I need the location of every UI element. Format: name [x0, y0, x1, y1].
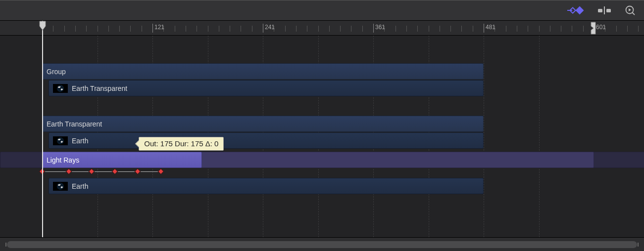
snapping-button[interactable]	[597, 6, 611, 15]
scrollbar-grip-right[interactable]	[636, 241, 640, 248]
zoom-search-button[interactable]	[625, 5, 635, 15]
group-header-bar[interactable]: Group	[42, 63, 484, 80]
playhead-handle[interactable]	[39, 21, 46, 31]
scrollbar-thumb[interactable]	[7, 241, 637, 248]
clip-label: Earth Transparent	[72, 84, 127, 92]
svg-rect-4	[604, 6, 605, 14]
clip-earth-1[interactable]: Earth	[49, 132, 484, 149]
ruler-label: 481	[486, 24, 495, 31]
snapping-icon	[597, 6, 611, 15]
ruler-label: 361	[375, 24, 385, 31]
horizontal-scrollbar[interactable]	[0, 237, 644, 251]
svg-rect-1	[576, 6, 584, 15]
time-ruler[interactable]: 121241361481601	[0, 21, 644, 36]
svg-point-8	[57, 182, 64, 189]
keyframe-diamond-icon	[567, 6, 584, 15]
timeline-window: 121241361481601 GroupEarth TransparentEa…	[0, 0, 644, 251]
clip-label: Earth	[72, 182, 88, 190]
svg-point-6	[57, 84, 64, 91]
keyframe-icon[interactable]	[135, 168, 141, 175]
show-keyframes-button[interactable]	[567, 6, 584, 15]
playhead-icon	[39, 21, 46, 31]
svg-point-7	[57, 137, 64, 144]
clip-thumbnail	[53, 182, 68, 191]
clip-label: Light Rays	[47, 156, 79, 164]
svg-rect-2	[598, 9, 602, 12]
ruler-label: 601	[596, 24, 606, 31]
keyframe-icon[interactable]	[66, 168, 72, 175]
clip-label: Earth Transparent	[47, 120, 102, 128]
playhead[interactable]	[42, 21, 43, 237]
clip-thumbnail	[53, 84, 68, 93]
ruler-label: 121	[154, 24, 164, 31]
scrollbar-grip-left[interactable]	[4, 241, 8, 248]
keyframe-icon[interactable]	[111, 168, 118, 175]
clip-earth-transparent[interactable]: Earth Transparent	[49, 80, 484, 96]
tracks-area[interactable]: GroupEarth TransparentEarth TransparentE…	[0, 36, 644, 237]
keyframe-line	[42, 171, 161, 172]
clip-thumbnail	[53, 136, 68, 145]
group-earth-transparent[interactable]: Earth Transparent	[42, 116, 484, 132]
clip-label: Earth	[72, 137, 88, 145]
keyframe-icon[interactable]	[157, 168, 164, 175]
play-range-out-marker[interactable]	[590, 22, 596, 35]
trim-tooltip: Out: 175 Dur: 175 Δ: 0	[139, 137, 224, 151]
clip-label: Group	[47, 68, 66, 76]
keyframe-icon[interactable]	[89, 168, 95, 175]
clip-earth-2[interactable]: Earth	[49, 178, 484, 194]
svg-rect-3	[606, 9, 611, 12]
ruler-label: 241	[265, 24, 275, 31]
play-circle-icon	[625, 5, 635, 15]
timeline-toolbar	[0, 0, 644, 21]
effect-light-rays[interactable]: Light Rays	[42, 152, 202, 168]
timeline-area[interactable]: 121241361481601 GroupEarth TransparentEa…	[0, 21, 644, 237]
